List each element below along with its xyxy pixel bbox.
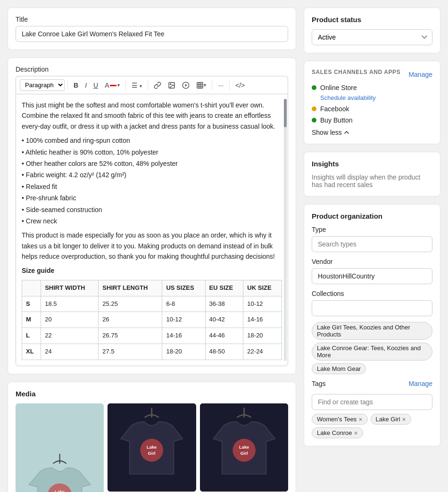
play-button[interactable] [179, 80, 192, 91]
svg-marker-3 [185, 84, 187, 86]
table-cell: 18.5 [41, 296, 99, 312]
col-header-4: EU SIZE [205, 280, 243, 296]
svg-rect-4 [197, 82, 203, 88]
main-tshirt-svg: Lake Girl [16, 403, 104, 492]
table-button[interactable]: ▾ [193, 80, 209, 91]
collections-field: Collections Lake Girl Tees, Koozies and … [312, 290, 432, 374]
more-button[interactable]: ··· [215, 80, 226, 91]
table-cell: 36-38 [205, 296, 243, 312]
insights-card: Insights Insights will display when the … [304, 152, 440, 197]
col-header-0 [22, 280, 41, 296]
svg-text:Lake: Lake [55, 490, 65, 492]
tag-lake-girl-remove[interactable]: × [402, 416, 406, 423]
title-label: Title [16, 16, 288, 23]
sep-2 [125, 81, 126, 90]
tags-manage-link[interactable]: Manage [408, 380, 432, 387]
tags-chip-list: Women's Tees × Lake Girl × Lake Conroe × [312, 414, 432, 438]
buy-button-name: Buy Button [320, 116, 353, 124]
table-cell: 22-24 [243, 344, 282, 360]
facebook-row: Facebook [312, 105, 432, 113]
table-cell: 14-16 [243, 312, 282, 328]
title-card: Title [8, 8, 296, 50]
editor-para-2: This product is made especially for you … [22, 230, 282, 262]
collections-tag-list: Lake Girl Tees, Koozies and Other Produc… [312, 322, 432, 374]
svg-text:Lake: Lake [239, 444, 249, 449]
table-cell: 40-42 [205, 312, 243, 328]
editor-list: 100% combed and ring-spun cotton Athleti… [22, 135, 282, 226]
media-thumb-2[interactable]: Lake Girl [200, 403, 288, 492]
image-button[interactable] [165, 80, 178, 91]
facebook-dot [312, 107, 316, 111]
sales-channels-manage[interactable]: Manage [408, 71, 432, 78]
svg-point-21 [232, 439, 256, 462]
product-status-card: Product status Active Draft [304, 8, 440, 53]
tshirt-svg-2: Lake Girl [108, 403, 196, 492]
tag-lake-girl-label: Lake Girl [376, 416, 400, 423]
italic-button[interactable]: I [82, 80, 90, 91]
vendor-field: Vendor [312, 258, 432, 284]
insights-title: Insights [312, 160, 432, 168]
col-header-2: SHIRT LENGTH [99, 280, 162, 296]
underline-button[interactable]: U [91, 80, 101, 91]
description-card: Description Paragraph B I U A ▾ ☰ ▾ [8, 57, 296, 374]
table-cell: 44-46 [205, 328, 243, 344]
media-card: Media Lake Girl [8, 382, 296, 492]
size-guide-label: Size guide [22, 265, 282, 276]
tag-chip-womens-tees: Women's Tees × [312, 414, 368, 425]
editor-scrollbar[interactable] [284, 99, 287, 361]
online-store-name: Online Store [320, 84, 357, 91]
editor-body[interactable]: This just might be the softest and most … [16, 94, 288, 366]
sep-5 [229, 81, 230, 90]
media-main-image[interactable]: Lake Girl [16, 403, 104, 492]
media-thumb-1[interactable]: Lake Girl [108, 403, 196, 492]
table-cell: L [22, 328, 41, 344]
link-button[interactable] [151, 80, 164, 91]
table-cell: 24 [41, 344, 99, 360]
schedule-link[interactable]: Schedule availability [320, 94, 432, 101]
status-select[interactable]: Active Draft [312, 29, 432, 45]
svg-point-16 [141, 439, 164, 462]
tag-womens-tees-remove[interactable]: × [358, 416, 362, 423]
title-input[interactable] [16, 26, 288, 42]
tags-field: Tags Manage Women's Tees × Lake Girl × L… [312, 380, 432, 438]
sales-channels-card: SALES CHANNELS AND APPS Manage Online St… [304, 61, 440, 144]
table-cell: 26 [99, 312, 162, 328]
collections-input[interactable] [312, 300, 432, 316]
table-cell: 18-20 [243, 328, 282, 344]
vendor-input[interactable] [312, 268, 432, 284]
facebook-name: Facebook [320, 105, 349, 113]
sales-channels-label: SALES CHANNELS AND APPS [312, 69, 400, 75]
collections-label: Collections [312, 290, 432, 297]
sales-channels-header: SALES CHANNELS AND APPS Manage [312, 69, 432, 80]
editor-para-1: This just might be the softest and most … [22, 100, 282, 131]
tag-lake-conroe-remove[interactable]: × [354, 430, 357, 436]
svg-text:Girl: Girl [148, 451, 156, 455]
collection-tag-2: Lake Mom Gear [312, 363, 366, 374]
align-button[interactable]: ☰ ▾ [129, 80, 145, 91]
table-row: M202610-1240-4214-16 [22, 312, 282, 328]
organization-title: Product organization [312, 212, 432, 220]
source-button[interactable]: </> [232, 80, 248, 91]
tag-chip-lake-conroe: Lake Conroe × [312, 427, 363, 438]
tags-label: Tags [312, 380, 326, 387]
product-status-title: Product status [312, 16, 432, 24]
table-cell: XL [22, 344, 41, 360]
type-input[interactable] [312, 236, 432, 252]
svg-point-1 [170, 83, 171, 84]
table-cell: 27.5 [99, 344, 162, 360]
tags-input[interactable] [312, 394, 432, 410]
col-header-5: UK SIZE [243, 280, 282, 296]
tag-lake-conroe-label: Lake Conroe [317, 429, 352, 436]
table-cell: M [22, 312, 41, 328]
bold-button[interactable]: B [71, 80, 81, 91]
col-header-3: US SIZES [162, 280, 205, 296]
color-button[interactable]: A ▾ [102, 80, 123, 91]
table-cell: S [22, 296, 41, 312]
paragraph-select[interactable]: Paragraph [20, 79, 65, 91]
buy-button-row: Buy Button [312, 116, 432, 124]
vendor-label: Vendor [312, 258, 432, 265]
show-less-button[interactable]: Show less [312, 129, 349, 136]
description-label: Description [16, 66, 288, 73]
svg-text:Lake: Lake [147, 444, 157, 449]
table-cell: 26.75 [99, 328, 162, 344]
